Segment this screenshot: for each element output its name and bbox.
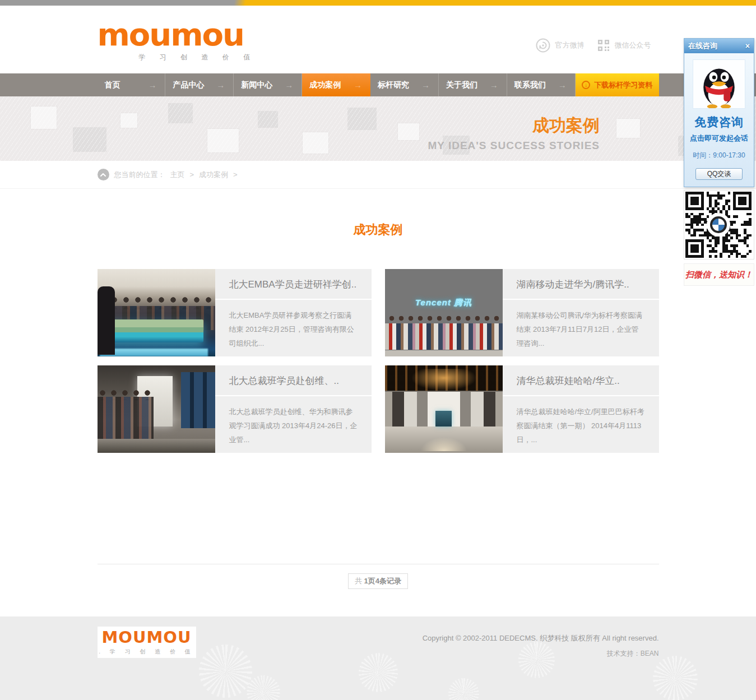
case-thumbnail-1[interactable] xyxy=(98,269,215,356)
case-card-1[interactable]: 北大EMBA学员走进研祥学创.. 北大EMBA学员研祥参观考察之行圆满结束 20… xyxy=(98,269,372,356)
download-materials-button[interactable]: ↓ 下载标杆学习资料 xyxy=(576,73,659,96)
nav-item-products[interactable]: 产品中心 xyxy=(165,73,234,96)
case-title[interactable]: 湖南移动走进华为/腾讯学.. xyxy=(503,269,659,300)
content-divider xyxy=(98,564,659,564)
case-card-3[interactable]: 北大总裁班学员赴创维、.. 北大总裁班学员赴创维、华为和腾讯参观学习圆满成功 2… xyxy=(98,365,372,453)
tencent-sign-text: Tencent 腾讯 xyxy=(385,298,503,308)
logo-tagline: 学 习 创 造 价 值 xyxy=(139,53,257,62)
breadcrumb-home-link[interactable]: 主页 xyxy=(170,170,185,180)
case-card-4[interactable]: 清华总裁班娃哈哈/华立.. 清华总裁班娃哈哈/华立/阿里巴巴标杆考察圆满结束（第… xyxy=(385,365,659,453)
support-text: 技术支持：BEAN xyxy=(423,649,659,659)
wechat-qr-icon[interactable] xyxy=(597,39,610,52)
main-nav: 首页 产品中心 新闻中心 成功案例 标杆研究 关于我们 联系我们 ↓ 下载标杆学… xyxy=(0,73,756,96)
case-list: 北大EMBA学员走进研祥学创.. 北大EMBA学员研祥参观考察之行圆满结束 20… xyxy=(98,269,659,453)
case-excerpt: 清华总裁班娃哈哈/华立/阿里巴巴标杆考察圆满结束（第一期） 2014年4月111… xyxy=(503,396,659,447)
site-header: moumou 学 习 创 造 价 值 官方微博 微信公众号 xyxy=(0,6,756,73)
nav-item-home[interactable]: 首页 xyxy=(98,73,166,96)
footer-logo-text: MOUMOU xyxy=(98,629,196,647)
qq-chat-button[interactable]: QQ交谈 xyxy=(695,168,743,180)
home-icon[interactable] xyxy=(98,169,109,180)
case-thumbnail-4[interactable] xyxy=(385,365,503,453)
copyright-text: Copyright © 2002-2011 DEDECMS. 织梦科技 版权所有… xyxy=(423,633,659,643)
breadcrumb: 您当前的位置： 主页 > 成功案例 > xyxy=(98,161,659,188)
nav-item-news[interactable]: 新闻中心 xyxy=(234,73,302,96)
page-banner: 成功案例 MY IDEA'S SUCCESS STORIES xyxy=(0,96,756,161)
breadcrumb-separator: > xyxy=(190,170,194,179)
nav-item-research[interactable]: 标杆研究 xyxy=(370,73,439,96)
case-title[interactable]: 北大EMBA学员走进研祥学创.. xyxy=(215,269,372,300)
record-count-badge: 共 1页4条记录 xyxy=(348,573,408,589)
case-card-2[interactable]: Tencent 腾讯 湖南移动走进华为/腾讯学.. 湖南某移动公司腾讯/华为标杆… xyxy=(385,269,659,356)
case-title[interactable]: 北大总裁班学员赴创维、.. xyxy=(215,365,372,396)
case-thumbnail-3[interactable] xyxy=(98,365,215,453)
site-logo[interactable]: moumou 学 习 创 造 价 值 xyxy=(98,19,257,62)
breadcrumb-prefix: 您当前的位置： xyxy=(114,170,165,180)
pagination: 共 1页4条记录 xyxy=(0,573,756,589)
breadcrumb-bar: 您当前的位置： 主页 > 成功案例 > xyxy=(0,161,756,189)
wechat-label[interactable]: 微信公众号 xyxy=(615,40,651,50)
qq-consult-panel: 在线咨询 × 免费咨询 点击即可发起会话 时间：9:00-17:30 QQ交谈 xyxy=(684,38,754,187)
download-label: 下载标杆学习资料 xyxy=(594,80,652,90)
free-consult-label: 免费咨询 xyxy=(684,114,754,130)
footer-logo[interactable]: MOUMOU . 学 习 创 造 价 值 xyxy=(98,627,196,658)
nav-item-cases[interactable]: 成功案例 xyxy=(302,73,370,96)
online-consult-widget: 在线咨询 × 免费咨询 点击即可发起会话 时间：9:00-17:30 QQ交谈 xyxy=(684,38,754,286)
wechat-scan-caption: 扫微信，送知识！ xyxy=(684,263,754,286)
service-time-label: 时间：9:00-17:30 xyxy=(684,151,754,160)
click-to-chat-label: 点击即可发起会话 xyxy=(684,133,754,143)
banner-title: 成功案例 xyxy=(428,114,600,137)
qq-penguin-avatar xyxy=(693,59,745,109)
bmw-logo xyxy=(707,213,730,237)
page-title: 成功案例 xyxy=(0,189,756,238)
case-title[interactable]: 清华总裁班娃哈哈/华立.. xyxy=(503,365,659,396)
site-footer: MOUMOU . 学 习 创 造 价 值 Copyright © 2002-20… xyxy=(0,616,756,700)
banner-texture xyxy=(0,96,756,161)
nav-item-about[interactable]: 关于我们 xyxy=(439,73,507,96)
footer-logo-tagline: . 学 习 创 造 价 值 xyxy=(98,648,196,656)
logo-text: moumou xyxy=(98,19,257,50)
download-icon: ↓ xyxy=(582,81,590,89)
case-excerpt: 湖南某移动公司腾讯/华为标杆考察圆满结束 2013年7月11日7月12日，企业管… xyxy=(503,300,659,350)
social-links: 官方微博 微信公众号 xyxy=(536,38,659,53)
case-thumbnail-2[interactable]: Tencent 腾讯 xyxy=(385,269,503,356)
nav-item-contact[interactable]: 联系我们 xyxy=(507,73,576,96)
case-excerpt: 北大总裁班学员赴创维、华为和腾讯参观学习圆满成功 2013年4月24-26日，企… xyxy=(215,396,372,447)
close-icon[interactable]: × xyxy=(745,42,750,50)
breadcrumb-current-link[interactable]: 成功案例 xyxy=(199,170,228,180)
top-accent-bar xyxy=(0,0,756,6)
main-content: 成功案例 北大EMBA学员走进研祥学创.. 北大EMBA学员研祥参观考察之行圆满… xyxy=(0,189,756,616)
banner-subtitle: MY IDEA'S SUCCESS STORIES xyxy=(428,140,600,152)
case-excerpt: 北大EMBA学员研祥参观考察之行圆满结束 2012年2月25日，管理咨询有限公司… xyxy=(215,300,372,350)
weibo-icon[interactable] xyxy=(536,38,550,53)
weibo-label[interactable]: 官方微博 xyxy=(555,40,585,50)
breadcrumb-separator: > xyxy=(233,170,238,179)
consult-title: 在线咨询 xyxy=(688,41,717,51)
wechat-qr-block xyxy=(684,190,754,259)
